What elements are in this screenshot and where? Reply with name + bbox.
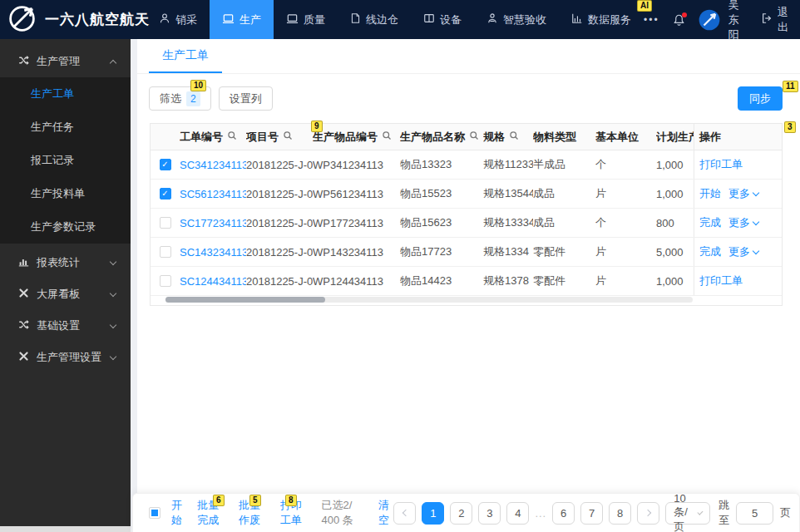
complete-link[interactable]: 完成 [699,244,721,259]
main-area: 生产工单 筛选 2 设置列 同步 工单编号 [131,39,800,532]
som-mark-9: 9 [311,121,323,132]
sidebar-group-dashboard[interactable]: 大屏看板 [0,278,131,310]
toolbar: 筛选 2 设置列 同步 [137,74,800,111]
avatar[interactable] [699,9,720,31]
prev-page-button[interactable] [393,502,416,525]
column-settings-button[interactable]: 设置列 [219,86,273,111]
sidebar-group-production-management[interactable]: 生产管理 [0,46,131,77]
complete-link[interactable]: 完成 [699,215,721,230]
page-button-2[interactable]: 2 [450,502,472,525]
sidebar-scrollbar[interactable] [0,526,131,532]
page-jump-input[interactable] [736,502,773,525]
sidebar-group-report-statistics[interactable]: 报表统计 [0,247,131,278]
sidebar-group-production-settings[interactable]: 生产管理设置 [0,342,131,373]
search-icon[interactable] [509,131,519,143]
table-header: 工单编号 项目号 生产物品编号 生产物品名称 规格 物料类型 基本单位 计划生产… [151,124,782,150]
horizontal-scrollbar[interactable] [165,297,693,303]
search-icon[interactable] [382,131,392,143]
notification-bell[interactable] [673,13,685,27]
footer-bar: 开始 批量完成 批量作废 打印工单 已选2/ 400 条 清空 1 2 3 4 … [132,493,800,532]
page-button-3[interactable]: 3 [478,502,501,525]
row-checkbox[interactable]: ✓ [160,159,171,170]
search-icon[interactable] [469,131,479,143]
page-button-6[interactable]: 6 [552,502,575,525]
workorder-link[interactable]: SC143234113 [180,246,246,259]
table-body: ✓ SC341234113 20181225-J-01 WP341234113 … [151,150,782,296]
sidebar-item-material-feed[interactable]: 生产投料单 [0,177,131,210]
nav-item-production[interactable]: 生产 [210,0,274,39]
sync-button[interactable]: 同步 [738,86,783,111]
nav-item-equipment[interactable]: 设备 [411,0,474,39]
document-icon [350,12,361,27]
inspector-icon [486,12,498,27]
filter-count-badge: 2 [186,91,200,106]
more-dropdown[interactable]: 更多 [728,215,758,230]
workorder-link[interactable]: SC124434113 [180,275,246,288]
nav-item-quality[interactable]: 质量 [274,0,338,39]
bar-chart-icon [18,256,29,269]
sidebar-item-parameter-record[interactable]: 生产参数记录 [0,210,131,244]
som-mark-10: 10 [190,80,206,91]
chevron-left-icon [402,510,409,516]
page-button-7[interactable]: 7 [580,502,603,525]
nav-item-line-warehouse[interactable]: 线边仓 [338,0,411,39]
table-row: ✓ SC561234113 20181225-J-02 WP561234113 … [151,180,782,209]
start-link[interactable]: 开始 [699,186,721,201]
main-nav: 销采 生产 质量 线边仓 设备 智慧验收 [146,0,644,39]
row-checkbox[interactable]: ✓ [160,188,171,200]
more-dropdown[interactable]: 更多 [728,186,758,201]
sidebar-item-production-workorder[interactable]: 生产工单 [0,77,131,111]
page-jump: 跳至 页 [719,498,791,528]
monitor-icon [286,12,299,27]
app-window: 一六八航空航天 销采 生产 质量 线边仓 设备 [0,0,800,532]
start-batch-link[interactable]: 开始 [171,498,186,528]
workorder-link[interactable]: SC177234113 [180,217,246,229]
cross-tools-icon [18,288,29,301]
chevron-right-icon [644,510,650,516]
tab-production-workorder[interactable]: 生产工单 [149,39,222,73]
username[interactable]: 吴东阳 [728,0,748,42]
scrollbar-thumb[interactable] [165,297,325,303]
page-button-4[interactable]: 4 [506,502,529,525]
batch-actions: 开始 批量完成 批量作废 打印工单 已选2/ 400 条 清空 [149,498,393,528]
chevron-down-icon [110,258,116,264]
nav-item-sales[interactable]: 销采 [146,0,210,39]
chevron-up-icon [110,59,116,66]
nav-overflow-button[interactable]: ••• [644,14,659,26]
tab-bar: 生产工单 [137,39,800,74]
table-row: SC124434113 20181225-J-05 WP124434113 物品… [151,267,782,296]
print-workorder-link[interactable]: 打印工单 [699,157,743,172]
workorder-link[interactable]: SC561234113 [180,188,246,200]
row-checkbox[interactable] [160,217,171,229]
page-button-8[interactable]: 8 [609,502,631,525]
row-checkbox[interactable] [160,246,171,258]
nav-item-data-service[interactable]: 数据服务 [559,0,644,39]
next-page-button[interactable] [637,502,659,525]
logout-button[interactable]: 退出 [761,5,788,35]
print-workorder-link[interactable]: 打印工单 [699,273,743,288]
table-row: SC143234113 20181225-J-04 WP143234113 物品… [151,238,782,267]
search-icon[interactable] [227,131,237,143]
workorder-link[interactable]: SC341234113 [180,159,246,171]
shuffle-icon [18,319,29,332]
chevron-down-icon [698,509,704,515]
chevron-down-icon [753,218,759,224]
sidebar-submenu: 生产工单 生产任务 报工记录 生产投料单 生产参数记录 [0,77,131,244]
table-row: ✓ SC341234113 20181225-J-01 WP341234113 … [151,150,782,180]
sidebar-item-work-report[interactable]: 报工记录 [0,144,131,177]
nav-item-smart-acceptance[interactable]: 智慧验收 [474,0,559,39]
more-dropdown[interactable]: 更多 [728,244,758,259]
row-checkbox[interactable] [160,275,171,287]
page-ellipsis[interactable]: ... [535,507,546,520]
notification-dot-icon [682,12,687,17]
chevron-down-icon [110,321,116,328]
content-panel: 生产工单 筛选 2 设置列 同步 工单编号 [137,39,800,532]
page-size-select[interactable]: 10条/页 [665,502,710,525]
select-all-checkbox[interactable] [149,507,160,519]
search-icon[interactable] [283,131,293,143]
sidebar-group-basic-settings[interactable]: 基础设置 [0,310,131,342]
clear-selection-link[interactable]: 清空 [378,498,393,528]
check-icon: ✓ [161,160,168,169]
sidebar-item-production-task[interactable]: 生产任务 [0,111,131,144]
page-button-1[interactable]: 1 [422,502,444,525]
